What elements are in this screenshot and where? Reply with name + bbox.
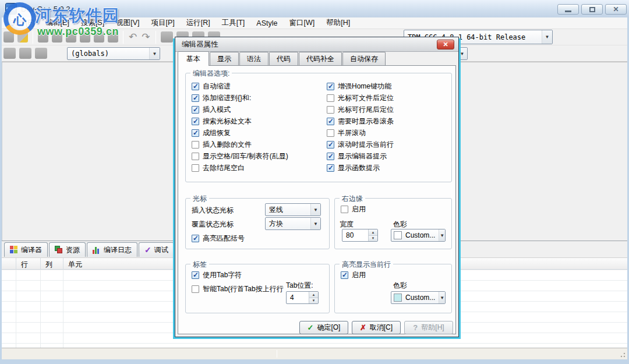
spin-up-icon[interactable]: ▲ [369, 229, 377, 236]
checkbox-caret-past-eof[interactable]: 光标可文件后定位 [327, 94, 394, 102]
menu-window[interactable]: 窗口[W] [284, 17, 321, 29]
scope-selector-combo[interactable]: (globals) ▼ [67, 47, 160, 60]
checkbox-box[interactable] [192, 285, 199, 293]
checkbox-box[interactable] [327, 94, 334, 102]
group-tab-settings-legend: 标签 [190, 260, 209, 270]
insert-caret-label: 插入状态光标 [192, 206, 234, 215]
tab-display[interactable]: 显示 [210, 52, 239, 65]
tab-autosave[interactable]: 自动保存 [342, 52, 386, 65]
checkbox-box[interactable] [327, 83, 334, 90]
ok-button[interactable]: ✓ 确定[O] [299, 321, 348, 334]
checkbox-box[interactable] [341, 271, 348, 279]
header-col[interactable]: 列 [41, 258, 63, 269]
menu-project[interactable]: 项目[P] [145, 17, 180, 29]
cancel-button[interactable]: ✗ 取消[C] [352, 321, 401, 334]
toolbar-separator [156, 31, 156, 44]
checkbox-group-undo[interactable]: 成组恢复 [192, 129, 288, 137]
spin-down-icon[interactable]: ▼ [309, 298, 318, 304]
insert-caret-combo[interactable]: 竖线 ▼ [265, 203, 321, 216]
status-bar [2, 348, 627, 359]
checkbox-smart-tab[interactable]: 智能Tab(行首Tab按上行行首 [192, 285, 284, 293]
checkbox-highlight-matching-braces[interactable]: 高亮匹配括号 [192, 235, 245, 242]
checkbox-add-indent-braces[interactable]: 添加缩进到{}和: [192, 94, 288, 102]
checkbox-enhance-home-key[interactable]: 增强Home键功能 [327, 83, 394, 90]
help-button[interactable]: ? 帮助[H] [404, 321, 453, 334]
header-blank [2, 258, 16, 269]
spin-up-icon[interactable]: ▲ [309, 292, 318, 298]
maximize-icon [589, 7, 595, 12]
menu-run[interactable]: 运行[R] [181, 17, 216, 29]
menu-astyle[interactable]: AStyle [250, 18, 283, 29]
tab-size-spinner[interactable]: 4 ▲▼ [286, 291, 319, 304]
checkbox-box[interactable] [327, 141, 334, 149]
overwrite-caret-combo[interactable]: 方块 ▼ [265, 217, 321, 230]
checkbox-insert-mode[interactable]: 插入模式 [192, 106, 288, 114]
undo-icon[interactable]: ↶ [129, 32, 137, 42]
tab-compile-log[interactable]: 编译日志 [87, 242, 137, 257]
checkbox-insert-deleted-files[interactable]: 插入删除的文件 [192, 141, 288, 149]
tab-basic[interactable]: 基本 [178, 51, 209, 66]
checkbox-box[interactable] [192, 118, 199, 125]
checkbox-box[interactable] [327, 129, 334, 137]
chevron-down-icon[interactable]: ▼ [439, 292, 445, 303]
checkbox-scroll-hint[interactable]: 滚动时提示当前行 [327, 141, 394, 149]
minimize-button[interactable] [557, 4, 579, 15]
goto-icon[interactable] [35, 48, 47, 59]
highlight-line-color-combo[interactable]: Custom... ▼ [391, 291, 446, 304]
checkbox-box[interactable] [192, 106, 199, 114]
compile-icon[interactable] [161, 31, 173, 43]
menu-tools[interactable]: 工具[T] [216, 17, 251, 29]
tab-completion[interactable]: 代码补全 [299, 52, 342, 65]
width-spinner[interactable]: 80 ▲▼ [342, 229, 378, 242]
checkbox-scrollbars-when-needed[interactable]: 需要时显示卷滚条 [327, 118, 394, 125]
redo-icon[interactable]: ↷ [142, 32, 150, 42]
checkbox-box[interactable] [192, 164, 199, 172]
tab-resources[interactable]: 资源 [49, 242, 86, 257]
checkbox-find-text-at-cursor[interactable]: 搜索光标处文本 [192, 118, 288, 125]
close-button[interactable]: ✕ [605, 4, 627, 15]
chevron-down-icon[interactable]: ▼ [310, 218, 320, 229]
checkbox-half-page-scroll[interactable]: 半屏滚动 [327, 129, 394, 137]
checkbox-box[interactable] [192, 271, 199, 279]
dialog-close-button[interactable]: ✕ [437, 40, 454, 50]
checkbox-box[interactable] [327, 118, 334, 125]
dialog-titlebar[interactable]: 编辑器属性 [175, 37, 458, 52]
checkbox-box[interactable] [341, 206, 348, 213]
tab-compiler[interactable]: 编译器 [4, 242, 48, 257]
tab-debug[interactable]: ✓ 调试 [139, 242, 174, 257]
chevron-down-icon[interactable]: ▼ [439, 229, 445, 241]
checkbox-auto-indent[interactable]: 自动缩进 [192, 83, 288, 90]
checkbox-box[interactable] [192, 235, 199, 242]
spin-down-icon[interactable]: ▼ [369, 236, 377, 242]
checkbox-highlight-line-enable[interactable]: 启用 [341, 271, 366, 279]
checkbox-box[interactable] [192, 94, 199, 102]
checkbox-use-tab-character[interactable]: 使用Tab字符 [192, 271, 242, 279]
watermark-site-url: www.pc0359.cn [37, 26, 119, 38]
insert-icon[interactable] [19, 48, 31, 59]
checkbox-box[interactable] [327, 153, 334, 160]
checkbox-show-editor-hints[interactable]: 显示编辑器提示 [327, 153, 394, 160]
new-project-icon[interactable] [3, 48, 16, 59]
checkbox-box[interactable] [192, 129, 199, 137]
maximize-button[interactable] [581, 4, 603, 15]
chevron-down-icon[interactable]: ▼ [542, 30, 552, 44]
resize-grip[interactable] [619, 351, 626, 358]
checkbox-box[interactable] [192, 153, 199, 160]
menu-help[interactable]: 帮助[H] [320, 17, 356, 29]
checkbox-trim-trailing-blank[interactable]: 去除结尾空白 [192, 164, 288, 172]
checkbox-box[interactable] [192, 83, 199, 90]
chevron-down-icon[interactable]: ▼ [310, 204, 320, 215]
chevron-down-icon[interactable]: ▼ [149, 48, 160, 59]
right-margin-color-combo[interactable]: Custom... ▼ [391, 229, 446, 242]
checkbox-show-function-hints[interactable]: 显示函数提示 [327, 164, 394, 172]
checkbox-show-whitespace[interactable]: 显示空格/回车/制表符(乱显) [192, 153, 288, 160]
checkbox-box[interactable] [327, 164, 334, 172]
header-line[interactable]: 行 [16, 258, 41, 269]
checkbox-box[interactable] [192, 141, 199, 149]
checkbox-caret-past-eol[interactable]: 光标可行尾后定位 [327, 106, 394, 114]
dialog-tab-pane: 编辑器选项: 自动缩进 添加缩进到{}和: 插入模式 搜索光标处文本 成组恢复 … [178, 65, 456, 334]
tab-syntax[interactable]: 语法 [239, 52, 268, 65]
tab-code[interactable]: 代码 [269, 52, 298, 65]
checkbox-right-margin-enable[interactable]: 启用 [341, 206, 366, 213]
checkbox-box[interactable] [327, 106, 334, 114]
